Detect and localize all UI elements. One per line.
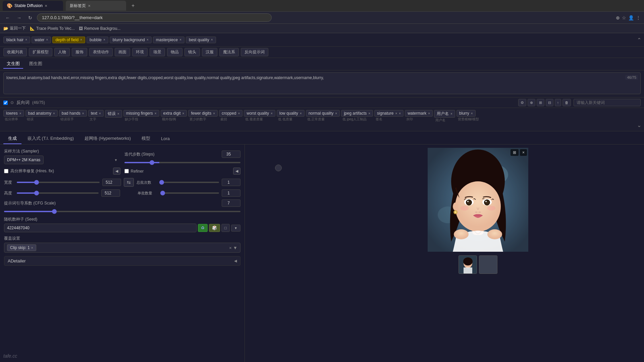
nav-menu-icon[interactable]: ⋮ [636,15,641,20]
forward-button[interactable]: → [15,14,23,22]
clip-clear-btn[interactable]: × [229,245,232,250]
cat-environment[interactable]: 环境 [132,48,148,56]
seed-extra-btn[interactable]: □ [221,224,230,232]
clip-dropdown-btn[interactable]: ▼ [233,245,237,250]
neg-tag-error-remove[interactable]: × [117,112,119,116]
neg-tag-username-remove[interactable]: × [450,112,452,116]
add-tab-button[interactable]: + [129,1,137,10]
nav-profile-icon[interactable]: 👤 [628,15,634,20]
neg-tag-extra-digit-remove[interactable]: × [182,112,184,115]
tag-masterpiece[interactable]: masterpiece × [153,37,184,43]
neg-tag-jpeg[interactable]: jpeg artifacts × [341,110,373,117]
height-slider[interactable] [17,192,99,194]
neg-tag-bad-anatomy-remove[interactable]: × [53,112,55,115]
cat-lens[interactable]: 镜头 [184,48,200,56]
back-button[interactable]: ← [3,14,12,22]
tab-embedding[interactable]: 嵌入式 (T.I. Embedding) [23,133,78,144]
neg-tag-sig-remove2[interactable]: × [399,112,401,115]
tag-bubble-remove[interactable]: × [103,38,105,42]
neg-icon-btn-5[interactable]: ↑ [555,99,561,106]
tag-black-hair-remove[interactable]: × [25,38,27,42]
neg-tags-collapse-btn[interactable]: ⌄ [637,122,641,128]
refiner-checkbox[interactable] [124,169,129,173]
new-tab-close-btn[interactable]: ✕ [88,4,91,8]
tag-best-quality-remove[interactable]: × [211,38,213,42]
seed-recycle-btn[interactable]: ♻ [198,224,208,232]
cfg-slider[interactable] [4,211,240,212]
tab-lora[interactable]: Lora [156,133,174,144]
cat-ext-models[interactable]: 扩展模型 [29,48,52,56]
tab-model[interactable]: 模型 [137,133,155,144]
bookmark-remove-bg[interactable]: 🖼 Remove Backgrou... [79,26,121,31]
width-value[interactable] [102,179,121,186]
height-value[interactable] [101,189,120,197]
tab-close-btn[interactable]: ✕ [45,4,47,8]
cat-scene[interactable]: 画面 [115,48,130,56]
neg-tag-normal[interactable]: normal quality × [306,110,340,117]
neg-keyword-input[interactable] [574,99,641,106]
cat-objects[interactable]: 物品 [167,48,182,56]
neg-tag-missing-remove[interactable]: × [155,112,157,115]
neg-tag-sig-remove[interactable]: × [395,112,397,115]
neg-tag-lowres[interactable]: lowres × [3,110,24,117]
neg-tag-fewer[interactable]: fewer digits × [188,110,218,117]
neg-tag-extra-digit[interactable]: extra digit × [161,110,187,117]
cat-magic[interactable]: 魔法系 [219,48,239,56]
bookmark-back[interactable]: 📂 返回一下 [3,25,26,31]
tag-blurry-bg-remove[interactable]: × [147,38,149,42]
swap-wh-btn[interactable]: ⇆ [124,178,134,187]
neg-tag-worst-remove[interactable]: × [271,112,273,115]
neg-tag-text[interactable]: text × [88,110,104,117]
adetailer-header[interactable]: ADetailer ◀ [4,256,240,266]
neg-tag-lowres-remove[interactable]: × [19,112,21,115]
img-close-btn[interactable]: × [520,149,527,156]
seed-random-btn[interactable]: 🎲 [209,224,220,232]
batch-count-slider[interactable] [159,182,219,183]
refiner-arrow-btn[interactable]: ◀ [233,168,240,175]
batch-size-slider[interactable] [160,192,219,194]
negative-prompt-textarea[interactable]: lowres,bad anatomy,bad hands,text,error,… [3,72,641,94]
neg-tag-blurry[interactable]: blurry × [457,110,476,117]
batch-size-value[interactable] [222,189,240,197]
cat-favorites[interactable]: 收藏列表 [3,48,27,56]
tag-blurry-bg[interactable]: blurry background × [110,37,152,43]
neg-icon-btn-1[interactable]: ⚙ [518,99,526,106]
clip-skip-remove[interactable]: × [31,246,33,250]
steps-value[interactable] [222,150,240,158]
tag-best-quality[interactable]: best quality × [186,37,216,43]
tag-water[interactable]: water × [32,37,51,43]
neg-tag-bad-hands-remove[interactable]: × [82,112,84,115]
cat-hanfu[interactable]: 汉服 [202,48,217,56]
neg-tag-error[interactable]: 错误 × [105,110,122,118]
nav-bookmark-icon[interactable]: ☆ [622,15,626,20]
cat-location[interactable]: 场景 [150,48,165,56]
neg-tag-blurry-remove[interactable]: × [471,112,473,115]
address-bar[interactable] [37,13,272,22]
hires-checkbox[interactable] [4,169,8,173]
neg-tag-text-remove[interactable]: × [99,112,101,115]
neg-tag-worst[interactable]: worst quality × [244,110,275,117]
neg-icon-btn-4[interactable]: ⊟ [546,99,553,106]
thumbnail-2[interactable] [479,255,497,274]
tag-depth-remove[interactable]: × [80,38,82,42]
neg-tag-username[interactable]: 用户名 × [434,110,455,118]
neg-tag-normal-remove[interactable]: × [335,112,337,115]
tab-generate[interactable]: 生成 [3,133,21,144]
neg-tag-jpeg-remove[interactable]: × [368,112,370,115]
thumbnail-1[interactable] [459,255,477,274]
tab-img2img[interactable]: 图生图 [26,59,46,69]
neg-tag-fewer-remove[interactable]: × [213,112,215,115]
img-expand-btn[interactable]: ⊞ [511,149,519,156]
width-slider[interactable] [17,182,100,183]
seed-input[interactable] [4,224,197,232]
tab-hypernetworks[interactable]: 超网络 (Hypernetworks) [80,133,136,144]
neg-tag-bad-anatomy[interactable]: bad anatomy × [25,110,58,117]
tag-black-hair[interactable]: black hair × [3,37,30,43]
prompt-tags-collapse-btn[interactable]: ⌃ [637,37,641,43]
neg-tag-sig[interactable]: signature × × [374,110,404,117]
new-tab[interactable]: 新标签页 ✕ [66,1,126,11]
active-tab[interactable]: 🎨 Stable Diffusion ✕ [3,1,63,11]
neg-tag-wm[interactable]: watermark × [405,110,433,117]
neg-icon-btn-2[interactable]: ⊕ [528,99,535,106]
batch-count-value[interactable] [222,179,240,186]
